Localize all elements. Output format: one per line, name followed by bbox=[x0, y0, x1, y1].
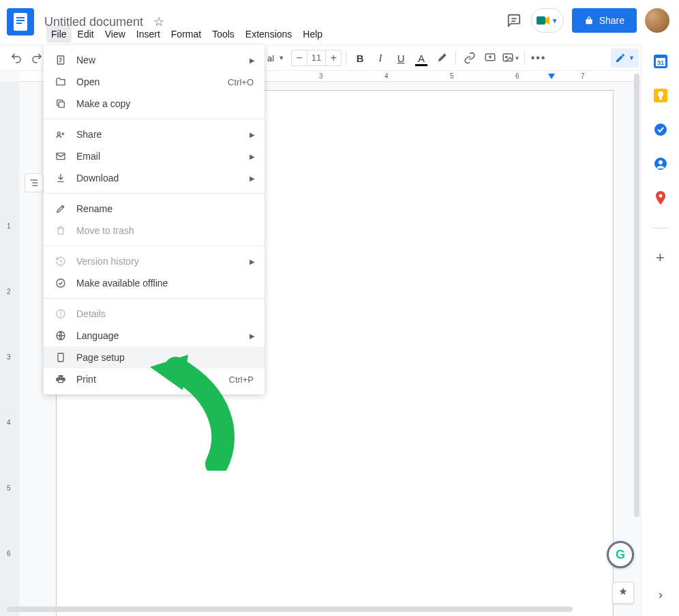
menu-item-rename[interactable]: Rename bbox=[44, 198, 265, 220]
details-icon bbox=[55, 308, 67, 319]
chevron-down-icon: ▼ bbox=[629, 55, 635, 61]
svg-point-33 bbox=[57, 279, 65, 287]
divider bbox=[652, 228, 669, 229]
menu-tools[interactable]: Tools bbox=[207, 26, 239, 42]
svg-point-24 bbox=[659, 160, 663, 164]
margin-indicator-icon[interactable] bbox=[548, 74, 555, 79]
bold-button[interactable]: B bbox=[350, 48, 369, 68]
menu-item-label: New bbox=[76, 55, 95, 65]
svg-rect-38 bbox=[58, 353, 63, 362]
svg-point-20 bbox=[658, 91, 663, 97]
menu-insert[interactable]: Insert bbox=[132, 26, 165, 42]
editing-mode-button[interactable]: ▼ bbox=[611, 48, 639, 68]
grammarly-button[interactable]: G bbox=[607, 541, 634, 568]
offline-icon bbox=[55, 278, 67, 289]
menu-item-version-history: Version history▶ bbox=[44, 250, 265, 272]
keep-icon[interactable] bbox=[654, 89, 667, 102]
meet-button[interactable]: ▼ bbox=[531, 8, 564, 33]
svg-text:31: 31 bbox=[657, 59, 663, 66]
insert-comment-button[interactable] bbox=[481, 48, 500, 68]
share-label: Share bbox=[599, 15, 624, 26]
menu-item-label: Print bbox=[76, 374, 96, 385]
menu-item-open[interactable]: OpenCtrl+O bbox=[44, 71, 265, 93]
ruler-tick: 6 bbox=[515, 72, 519, 80]
calendar-icon[interactable]: 31 bbox=[654, 55, 667, 68]
menu-item-label: Download bbox=[76, 173, 119, 184]
menu-item-share[interactable]: Share▶ bbox=[44, 123, 265, 145]
download-icon bbox=[55, 173, 67, 184]
svg-point-31 bbox=[57, 132, 60, 135]
submenu-arrow-icon: ▶ bbox=[250, 258, 255, 265]
menu-help[interactable]: Help bbox=[298, 26, 327, 42]
menu-item-email[interactable]: Email▶ bbox=[44, 145, 265, 167]
docs-logo[interactable] bbox=[7, 8, 34, 35]
maps-icon[interactable] bbox=[654, 191, 667, 205]
lock-icon bbox=[584, 16, 594, 25]
ruler-tick: 5 bbox=[7, 484, 11, 492]
menu-format[interactable]: Format bbox=[166, 26, 206, 42]
ruler-tick: 3 bbox=[319, 72, 323, 80]
menu-view[interactable]: View bbox=[100, 26, 130, 42]
font-preview[interactable]: al bbox=[267, 53, 277, 63]
menu-item-move-to-trash: Move to trash bbox=[44, 220, 265, 241]
pagesetup-icon bbox=[55, 352, 67, 363]
menu-item-new[interactable]: New▶ bbox=[44, 49, 265, 71]
copy-icon bbox=[55, 98, 67, 109]
svg-point-25 bbox=[659, 194, 662, 198]
contacts-icon[interactable] bbox=[654, 157, 667, 171]
highlight-button[interactable] bbox=[432, 48, 451, 68]
menu-item-language[interactable]: Language▶ bbox=[44, 325, 265, 347]
ruler-tick: 6 bbox=[7, 550, 11, 557]
outline-button[interactable] bbox=[25, 173, 44, 192]
svg-rect-30 bbox=[59, 102, 64, 107]
side-panel: 31 + bbox=[641, 45, 679, 616]
font-size-value[interactable]: 11 bbox=[307, 50, 326, 65]
insert-link-button[interactable] bbox=[460, 48, 479, 68]
rename-icon bbox=[55, 203, 67, 214]
font-size-decrease[interactable]: − bbox=[292, 52, 307, 64]
menu-item-print[interactable]: PrintCtrl+P bbox=[44, 368, 265, 390]
hide-sidepanel-button[interactable] bbox=[651, 586, 670, 605]
more-button[interactable]: ••• bbox=[529, 48, 548, 68]
font-size-increase[interactable]: + bbox=[326, 52, 341, 64]
tasks-icon[interactable] bbox=[654, 123, 667, 136]
menu-item-make-a-copy[interactable]: Make a copy bbox=[44, 93, 265, 115]
menu-file[interactable]: File bbox=[46, 26, 72, 42]
menu-item-page-setup[interactable]: Page setup bbox=[44, 347, 265, 368]
svg-rect-2 bbox=[16, 20, 25, 21]
explore-button[interactable] bbox=[612, 582, 634, 604]
menu-item-download[interactable]: Download▶ bbox=[44, 167, 265, 189]
menubar: File Edit View Insert Format Tools Exten… bbox=[46, 26, 327, 42]
insert-image-button[interactable]: ▼ bbox=[501, 48, 520, 68]
menu-item-label: Version history bbox=[76, 256, 139, 267]
menu-item-make-available-offline[interactable]: Make available offline bbox=[44, 272, 265, 294]
avatar[interactable] bbox=[645, 8, 669, 33]
header-actions: ▼ Share bbox=[505, 8, 669, 33]
scrollbar-thumb[interactable] bbox=[634, 74, 639, 517]
underline-button[interactable]: U bbox=[391, 48, 410, 68]
ruler-tick: 3 bbox=[7, 353, 11, 361]
menu-extensions[interactable]: Extensions bbox=[241, 26, 297, 42]
add-addon-button[interactable]: + bbox=[656, 249, 665, 267]
italic-button[interactable]: I bbox=[371, 48, 390, 68]
shortcut-label: Ctrl+P bbox=[229, 375, 254, 385]
shortcut-label: Ctrl+O bbox=[228, 77, 254, 87]
chevron-down-icon: ▼ bbox=[552, 17, 558, 25]
menu-item-label: Move to trash bbox=[76, 225, 134, 236]
svg-point-22 bbox=[654, 123, 667, 136]
vertical-ruler[interactable]: 1 2 3 4 5 6 bbox=[0, 82, 19, 616]
svg-point-36 bbox=[60, 312, 61, 312]
text-color-button[interactable]: A bbox=[412, 48, 431, 68]
submenu-arrow-icon: ▶ bbox=[250, 153, 255, 160]
undo-button[interactable] bbox=[7, 48, 26, 68]
share-button[interactable]: Share bbox=[572, 8, 637, 33]
vertical-scrollbar[interactable] bbox=[631, 71, 641, 616]
ruler-tick: 2 bbox=[7, 288, 11, 295]
scrollbar-thumb[interactable] bbox=[7, 606, 573, 612]
comments-icon[interactable] bbox=[505, 12, 523, 29]
ruler-tick: 4 bbox=[7, 419, 11, 426]
horizontal-scrollbar[interactable] bbox=[7, 606, 630, 613]
menu-edit[interactable]: Edit bbox=[73, 26, 99, 42]
pencil-icon bbox=[615, 53, 626, 63]
menu-item-label: Make a copy bbox=[76, 98, 130, 109]
